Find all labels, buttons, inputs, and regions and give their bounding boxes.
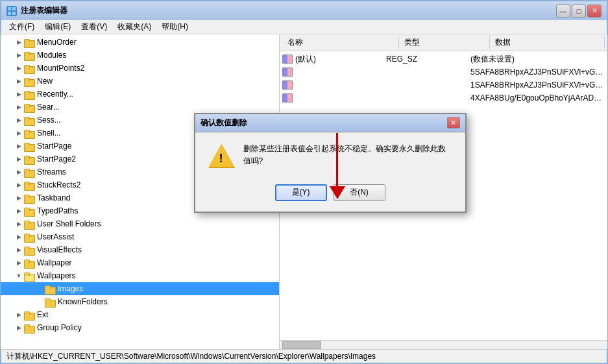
dialog-close-button[interactable]: ✕ xyxy=(447,117,460,128)
dialog-title: 确认数值删除 xyxy=(201,117,447,128)
dialog-title-bar: 确认数值删除 ✕ xyxy=(195,114,465,132)
confirm-dialog: 确认数值删除 ✕ 删除某些注册表值会引起系统不稳定。确实要永久删除此数值吗? 是… xyxy=(194,113,467,213)
dialog-overlay: 确认数值删除 ✕ 删除某些注册表值会引起系统不稳定。确实要永久删除此数值吗? 是… xyxy=(0,0,608,364)
dialog-message-row: 删除某些注册表值会引起系统不稳定。确实要永久删除此数值吗? xyxy=(208,143,452,169)
dialog-body: 删除某些注册表值会引起系统不稳定。确实要永久删除此数值吗? 是(Y) 否(N) xyxy=(195,132,465,212)
warning-icon xyxy=(208,143,234,169)
dialog-message: 删除某些注册表值会引起系统不稳定。确实要永久删除此数值吗? xyxy=(243,143,452,167)
dialog-buttons: 是(Y) 否(N) xyxy=(275,184,385,201)
dialog-yes-button[interactable]: 是(Y) xyxy=(275,184,327,201)
dialog-no-button[interactable]: 否(N) xyxy=(334,184,385,201)
